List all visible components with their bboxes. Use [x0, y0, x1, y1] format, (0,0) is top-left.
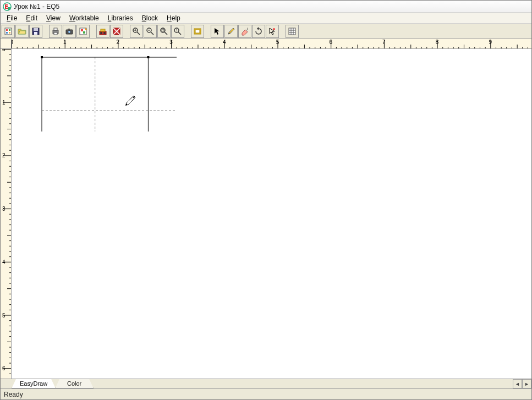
worktable-icon: [193, 27, 202, 36]
hruler-label: 9: [489, 39, 492, 45]
status-bar: Ready: [1, 388, 531, 399]
toolbar: 1: [1, 24, 531, 39]
vruler-label: 6: [2, 365, 6, 371]
svg-rect-33: [289, 28, 295, 35]
hruler-label: 5: [276, 39, 279, 45]
svg-point-32: [273, 28, 275, 30]
app-icon: [3, 2, 12, 11]
hruler-label: 1: [63, 39, 67, 45]
svg-rect-1: [8, 7, 10, 10]
snap-button[interactable]: [266, 25, 279, 38]
svg-rect-9: [34, 32, 37, 35]
horizontal-ruler: 0123456789: [1, 39, 531, 49]
zoom-fit-icon: [160, 27, 168, 36]
svg-point-14: [68, 30, 71, 33]
drawing-surface[interactable]: [12, 49, 177, 131]
svg-rect-4: [9, 29, 10, 31]
grid-icon: [288, 27, 297, 36]
workspace: 0123456: [1, 49, 531, 379]
block-view-button[interactable]: [110, 25, 123, 38]
menu-view[interactable]: View: [42, 13, 64, 23]
svg-rect-12: [54, 32, 57, 35]
save-button[interactable]: [29, 25, 42, 38]
svg-text:1: 1: [176, 29, 178, 32]
zoom-fit-button[interactable]: [157, 25, 171, 38]
zoom-in-icon: [132, 27, 141, 36]
eraser-icon: [240, 27, 249, 36]
zoom-100-icon: 1: [173, 27, 182, 36]
vruler-label: 5: [2, 312, 6, 318]
worktable-button[interactable]: [191, 25, 204, 38]
hruler-label: 6: [329, 39, 332, 45]
new-project-button[interactable]: [2, 25, 15, 38]
menu-help[interactable]: Help: [163, 13, 184, 23]
svg-rect-240: [41, 56, 43, 58]
vruler-label: 1: [2, 99, 6, 105]
menu-file[interactable]: File: [3, 13, 21, 23]
tabstrip-corner: [1, 379, 12, 388]
hruler-label: 3: [169, 39, 173, 45]
hruler-label: 7: [382, 39, 386, 45]
print-icon: [51, 27, 60, 36]
open-button[interactable]: [15, 25, 29, 38]
pencil-button[interactable]: [224, 25, 238, 38]
canvas[interactable]: [12, 49, 531, 379]
zoom-in-button[interactable]: [130, 25, 143, 38]
snap-icon: [268, 27, 277, 36]
hruler-label: 4: [223, 39, 226, 45]
svg-rect-5: [6, 32, 8, 34]
svg-point-20: [100, 32, 102, 34]
menu-worktable[interactable]: Worktable: [65, 13, 103, 23]
svg-rect-244: [147, 56, 149, 58]
camera-icon: [65, 27, 74, 36]
quilt-view-icon: [98, 27, 107, 36]
svg-rect-2: [5, 28, 12, 35]
scroll-right-button[interactable]: ►: [522, 379, 531, 388]
menu-bar: FileEditViewWorktableLibrariesBlockHelp: [1, 13, 531, 24]
svg-rect-22: [101, 29, 105, 31]
ruler-corner: [1, 39, 12, 48]
tab-easydraw[interactable]: EasyDraw: [12, 379, 56, 388]
tab-label: Color: [67, 380, 81, 387]
menu-libraries[interactable]: Libraries: [104, 13, 137, 23]
bottom-tab-strip: EasyDrawColor ◄ ►: [1, 379, 531, 388]
open-icon: [18, 27, 26, 36]
new-project-icon: [4, 27, 13, 36]
export-button[interactable]: [76, 25, 90, 38]
vruler-label: 0: [2, 49, 6, 52]
quilt-view-button[interactable]: [96, 25, 109, 38]
title-bar: Урок №1 - EQ5: [1, 1, 531, 13]
menu-edit[interactable]: Edit: [22, 13, 41, 23]
pointer-button[interactable]: [211, 25, 224, 38]
rotate-button[interactable]: [252, 25, 265, 38]
menu-block[interactable]: Block: [138, 13, 162, 23]
tab-label: EasyDraw: [20, 380, 47, 387]
svg-rect-18: [83, 31, 85, 34]
svg-rect-6: [9, 32, 10, 34]
zoom-out-icon: [146, 27, 155, 36]
zoom-100-button[interactable]: 1: [171, 25, 184, 38]
vertical-ruler: 0123456: [1, 49, 12, 379]
svg-rect-27: [162, 29, 164, 31]
save-icon: [31, 27, 40, 36]
horizontal-ruler-track: 0123456789: [12, 39, 531, 48]
pencil-icon: [227, 27, 235, 36]
vruler-label: 4: [2, 259, 6, 265]
svg-rect-31: [195, 30, 200, 33]
zoom-out-button[interactable]: [144, 25, 157, 38]
print-button[interactable]: [49, 25, 62, 38]
vruler-label: 3: [2, 206, 6, 212]
svg-rect-17: [81, 29, 83, 31]
grid-button[interactable]: [286, 25, 299, 38]
vruler-label: 2: [2, 152, 6, 158]
svg-point-21: [103, 32, 106, 34]
camera-button[interactable]: [63, 25, 76, 38]
pencil-cursor-icon: [125, 96, 135, 106]
status-text: Ready: [4, 391, 23, 398]
block-view-icon: [112, 27, 121, 36]
scroll-left-button[interactable]: ◄: [513, 379, 522, 388]
tab-color[interactable]: Color: [55, 379, 94, 388]
hruler-label: 2: [117, 39, 120, 45]
eraser-button[interactable]: [238, 25, 251, 38]
svg-rect-8: [34, 28, 38, 31]
